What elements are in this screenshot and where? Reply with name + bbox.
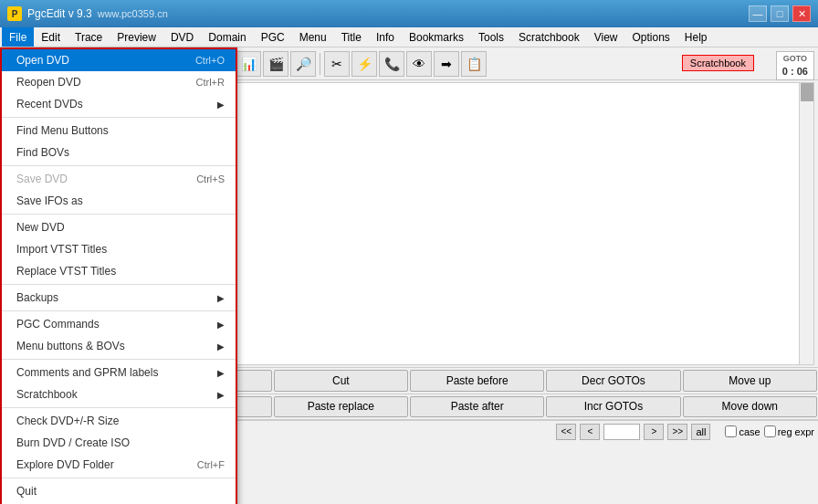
menu-menu-buttons-bovs[interactable]: Menu buttons & BOVs ▶ — [2, 335, 236, 357]
menu-recent-dvds[interactable]: Recent DVDs ▶ — [2, 93, 236, 115]
menu-preview[interactable]: Preview — [110, 27, 163, 47]
file-menu-dropdown[interactable]: Open DVD Ctrl+O Reopen DVD Ctrl+R Recent… — [0, 47, 237, 504]
move-down-button[interactable]: Move down — [683, 396, 817, 418]
maximize-button[interactable]: □ — [771, 5, 789, 22]
incr-gotos-button[interactable]: Incr GOTOs — [546, 396, 680, 418]
menu-check-dvd-size[interactable]: Check DVD+/-R Size — [2, 410, 236, 432]
case-label: case — [739, 426, 760, 437]
menu-trace[interactable]: Trace — [68, 27, 110, 47]
decr-gotos-button[interactable]: Decr GOTOs — [546, 370, 680, 392]
paste-after-button[interactable]: Paste after — [410, 396, 544, 418]
menu-domain[interactable]: Domain — [201, 27, 253, 47]
menu-find-bovs[interactable]: Find BOVs — [2, 142, 236, 163]
menu-reopen-dvd[interactable]: Reopen DVD Ctrl+R — [2, 71, 236, 93]
menu-open-dvd[interactable]: Open DVD Ctrl+O — [2, 49, 236, 71]
nav-input[interactable] — [603, 424, 640, 440]
title-text: PgcEdit v 9.3 — [27, 7, 92, 20]
menu-explore-dvd[interactable]: Explore DVD Folder Ctrl+F — [2, 454, 236, 476]
separator-6 — [2, 359, 236, 360]
move-up-button[interactable]: Move up — [683, 370, 817, 392]
menu-save-ifos-as[interactable]: Save IFOs as — [2, 190, 236, 212]
menu-backups[interactable]: Backups ▶ — [2, 287, 236, 309]
menu-edit[interactable]: Edit — [34, 27, 68, 47]
separator-4 — [2, 284, 236, 285]
watermark-text: www.pc0359.cn — [98, 8, 168, 19]
title-controls: — □ ✕ — [749, 5, 811, 22]
paste-replace-button[interactable]: Paste replace — [274, 396, 408, 418]
scratchbook-button[interactable]: Scratchbook — [682, 55, 754, 71]
menu-pgc-commands[interactable]: PGC Commands ▶ — [2, 313, 236, 335]
separator-5 — [2, 310, 236, 311]
menu-burn-dvd[interactable]: Burn DVD / Create ISO — [2, 432, 236, 454]
menu-new-dvd[interactable]: New DVD — [2, 216, 236, 238]
title-bar-left: P PgcEdit v 9.3 www.pc0359.cn — [7, 6, 168, 21]
vertical-scrollbar[interactable] — [799, 83, 813, 364]
menu-info[interactable]: Info — [369, 27, 402, 47]
toolbar-btn-11[interactable]: 🔎 — [290, 51, 316, 77]
menu-bar: File Edit Trace Preview DVD Domain PGC M… — [0, 27, 818, 47]
menu-view[interactable]: View — [587, 27, 625, 47]
toolbar-btn-15[interactable]: 👁 — [406, 51, 432, 77]
nav-first-button[interactable]: << — [556, 424, 576, 440]
menu-replace-vtst[interactable]: Replace VTST Titles — [2, 260, 236, 282]
title-bar: P PgcEdit v 9.3 www.pc0359.cn — □ ✕ — [0, 0, 818, 27]
nav-prev-button[interactable]: < — [580, 424, 600, 440]
cut-button[interactable]: Cut — [274, 370, 408, 392]
menu-options[interactable]: Options — [625, 27, 677, 47]
app-icon: P — [7, 6, 22, 21]
separator-3 — [2, 214, 236, 215]
menu-tools[interactable]: Tools — [471, 27, 511, 47]
menu-bookmarks[interactable]: Bookmarks — [402, 27, 471, 47]
menu-scratchbook[interactable]: Scratchbook — [511, 27, 587, 47]
menu-help[interactable]: Help — [677, 27, 715, 47]
close-button[interactable]: ✕ — [792, 5, 811, 22]
separator-7 — [2, 407, 236, 408]
goto-box: GOTO 0 : 06 — [776, 51, 814, 80]
goto-label: GOTO — [782, 54, 808, 65]
toolbar-btn-16[interactable]: ➡ — [434, 51, 459, 77]
toolbar-btn-10[interactable]: 🎬 — [263, 51, 288, 77]
menu-scratchbook-item[interactable]: Scratchbook ▶ — [2, 383, 236, 405]
regexp-label: reg expr — [778, 426, 814, 437]
toolbar-btn-13[interactable]: ⚡ — [351, 51, 377, 77]
minimize-button[interactable]: — — [749, 5, 767, 22]
menu-pgc[interactable]: PGC — [254, 27, 292, 47]
toolbar-btn-12[interactable]: ✂ — [324, 51, 350, 77]
separator-1 — [2, 117, 236, 118]
menu-title[interactable]: Title — [334, 27, 369, 47]
nav-last-button[interactable]: >> — [667, 424, 687, 440]
nav-all-button[interactable]: all — [691, 424, 710, 440]
menu-dvd[interactable]: DVD — [163, 27, 201, 47]
toolbar-sep-3 — [320, 53, 320, 75]
menu-import-vtst[interactable]: Import VTST Titles — [2, 238, 236, 260]
menu-menu[interactable]: Menu — [292, 27, 334, 47]
scrollbar-thumb[interactable] — [801, 83, 813, 101]
separator-8 — [2, 478, 236, 478]
menu-file[interactable]: File — [2, 27, 34, 47]
goto-value: 0 : 06 — [782, 65, 808, 78]
menu-find-menu-buttons[interactable]: Find Menu Buttons — [2, 120, 236, 142]
separator-2 — [2, 165, 236, 166]
regexp-checkbox[interactable] — [764, 425, 776, 437]
nav-next-button[interactable]: > — [644, 424, 664, 440]
toolbar-btn-14[interactable]: 📞 — [379, 51, 404, 77]
toolbar-btn-17[interactable]: 📋 — [461, 51, 487, 77]
paste-before-button[interactable]: Paste before — [410, 370, 544, 392]
menu-comments-gprm[interactable]: Comments and GPRM labels ▶ — [2, 362, 236, 383]
case-checkbox-container: case — [725, 425, 760, 437]
toolbar-btn-9[interactable]: 📊 — [236, 51, 261, 77]
menu-quit[interactable]: Quit — [2, 480, 236, 502]
menu-save-dvd: Save DVD Ctrl+S — [2, 168, 236, 190]
case-checkbox[interactable] — [725, 425, 737, 437]
regexp-checkbox-container: reg expr — [764, 425, 814, 437]
